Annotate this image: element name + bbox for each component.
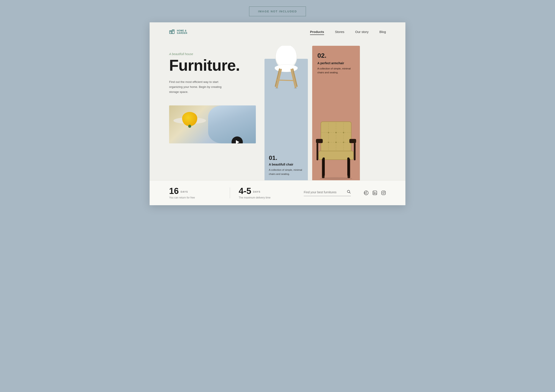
svg-point-37 (320, 177, 352, 180)
white-chair-image (269, 46, 304, 94)
svg-rect-44 (381, 191, 386, 195)
stat2-unit: DAYS (253, 191, 260, 193)
svg-point-46 (385, 192, 385, 192)
svg-rect-35 (323, 157, 325, 176)
nav-link-stores[interactable]: Stores (335, 30, 344, 34)
blue-fabric-decoration (208, 105, 256, 143)
chair-title: A beautifull chair (269, 163, 304, 166)
armchair-title: A perfect armchair (317, 61, 355, 65)
website-container: HOME & GARDEN Products Stores Our story … (150, 22, 405, 205)
nav-link-products[interactable]: Products (310, 30, 324, 35)
svg-point-24 (343, 132, 344, 133)
social-icons (364, 191, 386, 195)
logo[interactable]: HOME & GARDEN (169, 29, 187, 35)
search-input[interactable] (304, 191, 347, 194)
stat-block-2: 4-5 DAYS The maximum delivery time (239, 186, 291, 199)
armchair-top-info: 02. A perfect armchair A collection of s… (312, 46, 360, 78)
logo-icon (169, 29, 175, 35)
svg-line-39 (350, 192, 351, 193)
stat1-unit: DAYS (181, 191, 188, 193)
footer-search[interactable] (304, 190, 351, 196)
svg-point-23 (335, 132, 337, 133)
navbar: HOME & GARDEN Products Stores Our story … (150, 22, 405, 39)
video-background (169, 105, 256, 143)
svg-rect-32 (354, 143, 356, 160)
nav-item-stores[interactable]: Stores (335, 30, 344, 34)
nav-link-our-story[interactable]: Our story (355, 30, 369, 34)
hero-left-column: A beautifull house Furniture. Find out t… (169, 46, 260, 180)
svg-point-6 (276, 46, 297, 67)
main-content: A beautifull house Furniture. Find out t… (150, 39, 405, 180)
armchair-number: 02. (317, 52, 355, 59)
chair-info: 01. A beautifull chair A collection of s… (264, 150, 308, 180)
chair-image-container (264, 59, 308, 133)
svg-point-27 (343, 142, 344, 143)
stat2-label: The maximum delivery time (239, 196, 291, 199)
svg-rect-29 (316, 139, 323, 143)
svg-point-15 (294, 88, 297, 89)
armchair-image-container (312, 102, 360, 180)
svg-line-13 (277, 80, 295, 81)
dribbble-icon[interactable] (364, 191, 369, 195)
svg-rect-31 (350, 139, 356, 143)
svg-point-40 (364, 191, 368, 195)
logo-text-line1: HOME & (177, 30, 187, 32)
video-thumbnail[interactable] (169, 105, 256, 143)
stat1-number: 16 (169, 186, 179, 196)
svg-rect-30 (316, 143, 318, 160)
hero-title: Furniture. (169, 58, 260, 73)
stat1-label: You can return for free (169, 196, 221, 199)
logo-text-line2: GARDEN (177, 32, 187, 34)
svg-point-22 (328, 132, 329, 133)
svg-point-45 (383, 192, 384, 194)
svg-point-26 (335, 142, 337, 143)
stat2-number: 4-5 (239, 186, 251, 196)
tan-armchair-image (314, 117, 358, 180)
search-icon (347, 190, 351, 195)
chair-description: A collection of simple, minimal chairs a… (269, 168, 304, 176)
footer-bar: 16 DAYS You can return for free 4-5 DAYS… (150, 180, 405, 205)
svg-rect-2 (170, 31, 171, 32)
svg-point-25 (328, 142, 329, 143)
lemon-decoration (182, 112, 197, 126)
stat-block-1: 16 DAYS You can return for free (169, 186, 221, 199)
svg-rect-36 (347, 157, 350, 176)
nav-item-blog[interactable]: Blog (380, 30, 386, 34)
svg-rect-8 (275, 67, 298, 69)
instagram-icon[interactable] (381, 191, 386, 195)
svg-point-14 (275, 88, 278, 89)
linkedin-icon[interactable] (372, 191, 377, 195)
armchair-card: 02. A perfect armchair A collection of s… (312, 46, 360, 180)
svg-point-43 (373, 192, 374, 192)
nav-item-products[interactable]: Products (310, 30, 324, 34)
nav-links: Products Stores Our story Blog (310, 30, 386, 34)
footer-divider-1 (230, 187, 230, 198)
chair-card: 01. A beautifull chair A collection of s… (264, 59, 308, 180)
image-not-included-badge: IMAGE NOT INCLUDED (249, 7, 306, 16)
svg-rect-3 (173, 30, 174, 31)
nav-link-blog[interactable]: Blog (380, 30, 386, 34)
armchair-description: A collection of simple, minimal chairs a… (317, 67, 355, 75)
hero-subtitle: A beautifull house (169, 52, 260, 56)
chair-number: 01. (269, 155, 304, 161)
hero-description: Find out the most efficient way to start… (169, 80, 230, 95)
nav-item-our-story[interactable]: Our story (355, 30, 369, 34)
